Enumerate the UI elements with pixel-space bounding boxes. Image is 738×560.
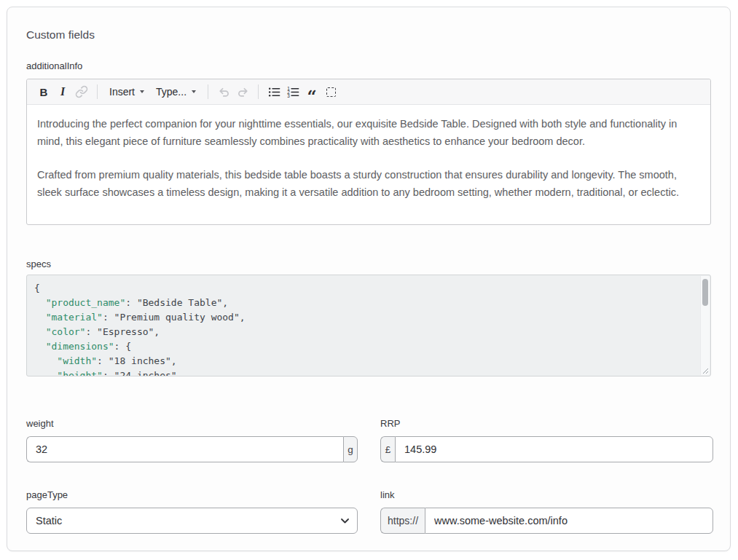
rrp-label: RRP bbox=[380, 418, 713, 429]
page-type-select[interactable]: Static bbox=[26, 508, 358, 534]
link-icon bbox=[75, 85, 88, 98]
numbered-list-button[interactable]: 1 2 3 bbox=[283, 82, 302, 101]
numbered-list-icon: 1 2 3 bbox=[286, 85, 300, 99]
weight-unit-addon: g bbox=[343, 436, 358, 462]
link-button[interactable] bbox=[72, 82, 91, 101]
insert-dropdown[interactable]: Insert bbox=[103, 82, 150, 101]
svg-text:3: 3 bbox=[287, 93, 290, 98]
additional-info-label: additionalInfo bbox=[26, 60, 711, 71]
page-type-field: pageType Static bbox=[26, 489, 358, 534]
type-dropdown[interactable]: Type... bbox=[150, 82, 202, 101]
rrp-input[interactable] bbox=[395, 436, 713, 462]
code-line: "material": "Premium quality wood", bbox=[34, 310, 693, 325]
weight-input[interactable] bbox=[26, 436, 343, 462]
chevron-down-icon bbox=[140, 90, 144, 93]
link-field: link https:// bbox=[380, 489, 713, 534]
editor-toolbar: B I Insert Type... bbox=[27, 79, 710, 105]
code-line: "product_name": "Bedside Table", bbox=[34, 296, 693, 310]
bullet-list-button[interactable] bbox=[264, 82, 283, 101]
toolbar-divider bbox=[208, 84, 208, 99]
code-line: "color": "Espresso", bbox=[34, 325, 693, 339]
bullet-list-icon bbox=[267, 85, 281, 99]
editor-content[interactable]: Introducing the perfect companion for yo… bbox=[27, 105, 710, 224]
weight-label: weight bbox=[26, 418, 358, 429]
code-line: { bbox=[34, 281, 693, 296]
chevron-down-icon bbox=[192, 90, 196, 93]
currency-addon: £ bbox=[380, 436, 395, 462]
link-input[interactable] bbox=[425, 508, 713, 534]
weight-field: weight g bbox=[26, 418, 358, 462]
italic-button[interactable]: I bbox=[53, 82, 72, 101]
specs-label: specs bbox=[26, 259, 711, 269]
blockquote-icon: “ bbox=[307, 92, 316, 100]
toolbar-divider bbox=[258, 84, 259, 99]
resize-handle[interactable] bbox=[702, 367, 709, 374]
rrp-field: RRP £ bbox=[380, 418, 713, 462]
undo-button[interactable] bbox=[214, 82, 233, 101]
insert-dropdown-label: Insert bbox=[109, 86, 135, 98]
specs-code-editor[interactable]: { "product_name": "Bedside Table", "mate… bbox=[26, 275, 711, 376]
code-line: "width": "18 inches", bbox=[34, 354, 693, 368]
rich-text-editor: B I Insert Type... bbox=[26, 79, 711, 225]
dashed-box-icon bbox=[326, 87, 336, 97]
panel-title: Custom fields bbox=[26, 28, 711, 42]
toolbar-divider bbox=[97, 84, 98, 99]
code-line: "height": "24 inches", bbox=[34, 368, 693, 376]
editor-paragraph: Crafted from premium quality materials, … bbox=[37, 166, 700, 201]
undo-icon bbox=[217, 85, 231, 99]
protocol-addon: https:// bbox=[380, 508, 425, 534]
type-dropdown-label: Type... bbox=[156, 86, 187, 98]
scrollbar-thumb[interactable] bbox=[702, 279, 708, 306]
specs-scrollbar[interactable] bbox=[700, 276, 710, 375]
custom-fields-panel: Custom fields additionalInfo B I Insert … bbox=[7, 7, 731, 551]
dashed-box-button[interactable] bbox=[321, 82, 340, 101]
redo-button[interactable] bbox=[233, 82, 252, 101]
link-label: link bbox=[380, 489, 713, 500]
bold-button[interactable]: B bbox=[34, 82, 53, 101]
blockquote-button[interactable]: “ bbox=[302, 82, 321, 101]
redo-icon bbox=[236, 85, 250, 99]
page-type-label: pageType bbox=[26, 489, 358, 500]
code-line: "dimensions": { bbox=[34, 339, 693, 354]
editor-paragraph: Introducing the perfect companion for yo… bbox=[37, 115, 700, 150]
